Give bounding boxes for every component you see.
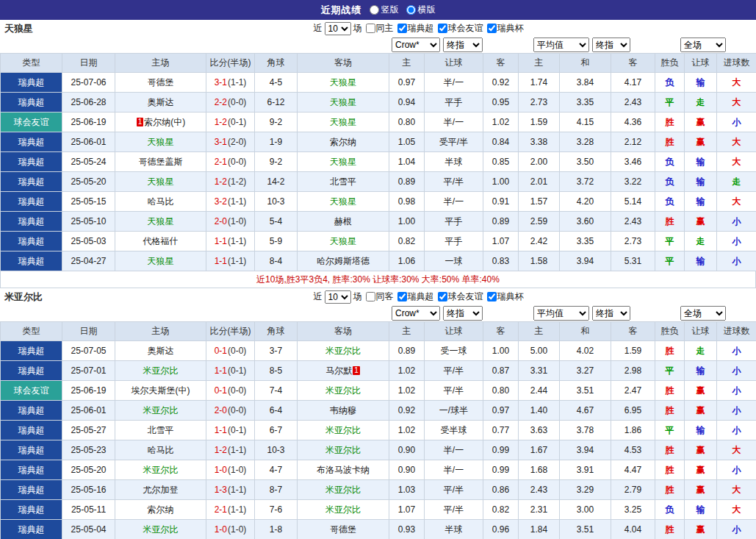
home-team-cell[interactable]: 埃尔夫斯堡(中): [115, 381, 206, 401]
away-team-cell[interactable]: 米亚尔比: [298, 500, 389, 520]
team-name[interactable]: 埃尔夫斯堡(中): [132, 385, 190, 396]
match-score[interactable]: 2-1(1-1): [206, 500, 255, 520]
away-team-cell[interactable]: 哥德堡: [298, 520, 389, 539]
checkbox-瑞典杯[interactable]: [487, 292, 497, 301]
away-team-cell[interactable]: 天狼星: [298, 113, 389, 132]
match-score[interactable]: 1-3(1-1): [206, 480, 255, 500]
match-score[interactable]: 3-1(1-1): [206, 73, 255, 93]
full-time-score[interactable]: 1-3: [215, 485, 227, 495]
match-score[interactable]: 2-0(1-0): [206, 212, 255, 232]
home-team-cell[interactable]: 奥斯达: [115, 93, 206, 113]
team-name[interactable]: 哈马比: [148, 196, 174, 207]
away-team-cell[interactable]: 布洛马波卡纳: [298, 460, 389, 480]
team-name[interactable]: 米亚尔比: [143, 524, 179, 535]
home-team-cell[interactable]: 天狼星: [115, 132, 206, 152]
filter-checkbox-瑞典超[interactable]: 瑞典超: [395, 290, 434, 303]
home-team-cell[interactable]: 代格福什: [115, 232, 206, 251]
horizontal-layout-radio[interactable]: [406, 5, 416, 15]
scope-select[interactable]: 全场: [680, 306, 726, 321]
checkbox-球会友谊[interactable]: [438, 24, 447, 33]
checkbox-瑞典超[interactable]: [397, 24, 407, 33]
filter-checkbox-瑞典超[interactable]: 瑞典超: [395, 22, 434, 35]
full-time-score[interactable]: 3-2: [215, 196, 227, 207]
away-team-cell[interactable]: 米亚尔比: [298, 421, 389, 440]
checkbox-同主[interactable]: [366, 24, 375, 33]
team-name[interactable]: 米亚尔比: [325, 346, 361, 356]
asian-odds-source-select[interactable]: Crow*: [392, 38, 440, 52]
euro-odds-time-select[interactable]: 终指: [592, 306, 630, 321]
team-name[interactable]: 天狼星: [330, 157, 356, 167]
team-name[interactable]: 哈尔姆斯塔德: [317, 256, 370, 266]
away-team-cell[interactable]: 韦纳穆: [298, 401, 389, 421]
full-time-score[interactable]: 1-1: [215, 236, 227, 246]
full-time-score[interactable]: 1-2: [215, 176, 227, 187]
team-name[interactable]: 天狼星: [330, 117, 356, 127]
team-name[interactable]: 天狼星: [330, 196, 356, 207]
team-name[interactable]: 索尔纳(中): [144, 117, 185, 127]
full-time-score[interactable]: 2-0: [215, 216, 227, 226]
full-time-score[interactable]: 3-1: [215, 137, 227, 147]
match-score[interactable]: 1-1(1-1): [206, 232, 255, 251]
full-time-score[interactable]: 1-1: [215, 365, 227, 376]
away-team-cell[interactable]: 天狼星: [298, 73, 389, 93]
away-team-cell[interactable]: 天狼星: [298, 152, 389, 172]
away-team-cell[interactable]: 天狼星: [298, 192, 389, 212]
team-name[interactable]: 马尔默: [325, 365, 352, 376]
away-team-cell[interactable]: 米亚尔比: [298, 381, 389, 401]
home-team-cell[interactable]: 米亚尔比: [115, 401, 206, 421]
team-name[interactable]: 哥德堡: [330, 524, 356, 535]
filter-checkbox-同客[interactable]: 同客: [363, 290, 394, 303]
match-score[interactable]: 1-1(1-1): [206, 251, 255, 271]
match-score[interactable]: 1-2(1-1): [206, 440, 255, 460]
away-team-cell[interactable]: 米亚尔比: [298, 480, 389, 500]
asian-odds-time-select[interactable]: 终指: [443, 306, 483, 321]
full-time-score[interactable]: 1-2: [215, 445, 227, 455]
home-team-cell[interactable]: 米亚尔比: [115, 520, 206, 539]
checkbox-瑞典超[interactable]: [397, 292, 407, 301]
away-team-cell[interactable]: 北雪平: [298, 172, 389, 192]
team-name[interactable]: 天狼星: [330, 97, 356, 107]
full-time-score[interactable]: 2-1: [215, 504, 227, 515]
team-name[interactable]: 哥德堡盖斯: [139, 157, 183, 167]
layout-option-vertical[interactable]: 竖版: [370, 4, 399, 16]
filter-checkbox-瑞典杯[interactable]: 瑞典杯: [484, 22, 524, 35]
team-name[interactable]: 天狼星: [148, 216, 174, 226]
full-time-score[interactable]: 1-2: [215, 117, 227, 127]
away-team-cell[interactable]: 马尔默1: [298, 361, 389, 381]
full-time-score[interactable]: 1-1: [215, 256, 227, 266]
home-team-cell[interactable]: 奥斯达: [115, 341, 206, 361]
team-name[interactable]: 米亚尔比: [143, 405, 179, 415]
full-time-score[interactable]: 2-1: [215, 157, 227, 167]
checkbox-同客[interactable]: [366, 292, 375, 301]
match-score[interactable]: 1-2(0-1): [206, 113, 255, 132]
match-score[interactable]: 3-1(2-0): [206, 132, 255, 152]
team-name[interactable]: 索尔纳: [148, 504, 174, 515]
away-team-cell[interactable]: 哈尔姆斯塔德: [298, 251, 389, 271]
checkbox-瑞典杯[interactable]: [487, 24, 497, 33]
match-score[interactable]: 1-0(1-0): [206, 460, 255, 480]
team-name[interactable]: 赫根: [334, 216, 352, 226]
team-name[interactable]: 代格福什: [143, 236, 179, 246]
home-team-cell[interactable]: 米亚尔比: [115, 460, 206, 480]
match-count-select[interactable]: 10: [325, 22, 351, 35]
match-score[interactable]: 1-2(1-2): [206, 172, 255, 192]
home-team-cell[interactable]: 哥德堡盖斯: [115, 152, 206, 172]
euro-odds-source-select[interactable]: 平均值: [533, 306, 589, 321]
team-name[interactable]: 米亚尔比: [143, 365, 179, 376]
team-name[interactable]: 奥斯达: [148, 346, 174, 356]
team-name[interactable]: 天狼星: [148, 256, 174, 266]
filter-checkbox-球会友谊[interactable]: 球会友谊: [435, 22, 483, 35]
match-count-select[interactable]: 10: [325, 290, 351, 304]
match-score[interactable]: 1-1(0-1): [206, 421, 255, 440]
team-name[interactable]: 米亚尔比: [325, 504, 361, 515]
filter-checkbox-瑞典杯[interactable]: 瑞典杯: [484, 290, 524, 303]
full-time-score[interactable]: 3-1: [215, 77, 227, 88]
away-team-cell[interactable]: 索尔纳: [298, 132, 389, 152]
full-time-score[interactable]: 1-1: [215, 425, 227, 435]
home-team-cell[interactable]: 北雪平: [115, 421, 206, 440]
match-score[interactable]: 0-1(0-0): [206, 341, 255, 361]
euro-odds-source-select[interactable]: 平均值: [533, 38, 589, 52]
home-team-cell[interactable]: 天狼星: [115, 212, 206, 232]
team-name[interactable]: 米亚尔比: [325, 445, 361, 455]
away-team-cell[interactable]: 米亚尔比: [298, 341, 389, 361]
